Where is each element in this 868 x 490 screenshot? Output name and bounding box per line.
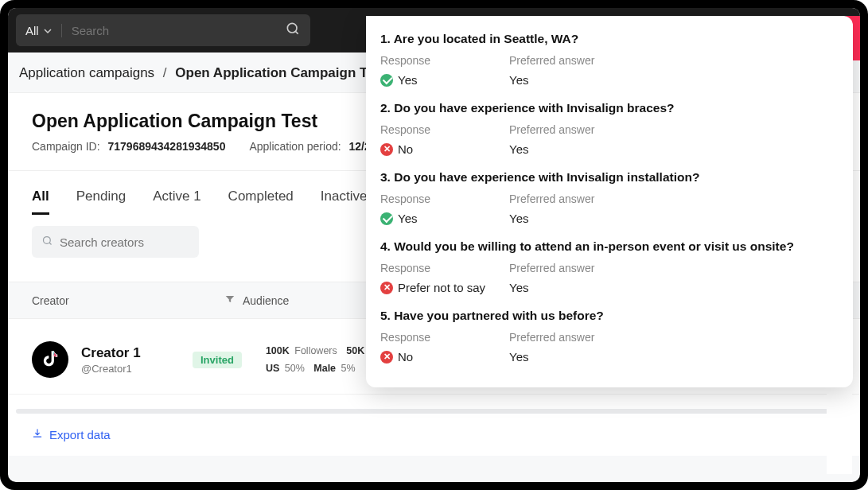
qa-preferred-value: Yes: [509, 281, 528, 294]
cross-icon: [380, 351, 393, 364]
creator-handle: @Creator1: [81, 363, 193, 375]
search-creators-input[interactable]: [60, 235, 211, 249]
campaign-id-value: 7179689434281934850: [107, 140, 225, 153]
qa-preferred-header: Preferred answer: [509, 192, 594, 205]
tab-all[interactable]: All: [32, 189, 49, 215]
qa-response-header: Response: [380, 262, 509, 274]
qa-answer-row: YesYes: [380, 212, 839, 225]
qa-item: 4. Would you be willing to attend an in-…: [380, 239, 839, 294]
qa-column-headers: ResponsePreferred answer: [380, 54, 839, 67]
qa-column-headers: ResponsePreferred answer: [380, 123, 839, 136]
qa-response-value: No: [398, 142, 413, 156]
country-label: US: [266, 363, 279, 374]
qa-response-header: Response: [380, 123, 509, 136]
gender-label: Male: [313, 363, 336, 374]
global-search-input[interactable]: [72, 24, 285, 37]
svg-point-1: [44, 237, 51, 244]
qa-preferred-value: Yes: [509, 73, 528, 87]
qa-column-headers: ResponsePreferred answer: [380, 262, 839, 274]
qa-panel: 1. Are you located in Seattle, WA?Respon…: [366, 16, 853, 387]
tab-inactive[interactable]: Inactive: [321, 189, 368, 215]
col-audience-label: Audience: [243, 294, 289, 307]
download-icon: [32, 428, 43, 441]
qa-preferred-header: Preferred answer: [509, 262, 594, 274]
breadcrumb-separator: /: [163, 65, 167, 80]
search-icon: [41, 235, 53, 249]
qa-preferred-value: Yes: [509, 350, 528, 364]
followers-value: 100K: [266, 345, 290, 356]
qa-question: 2. Do you have experience with Invisalig…: [380, 101, 839, 115]
cross-icon: [380, 143, 393, 156]
qa-question: 1. Are you located in Seattle, WA?: [380, 32, 839, 46]
qa-response-value: Yes: [398, 73, 417, 87]
search-scope-dropdown[interactable]: All: [25, 24, 62, 37]
qa-preferred-header: Preferred answer: [509, 123, 594, 136]
col-creator-label: Creator: [32, 294, 69, 307]
qa-item: 1. Are you located in Seattle, WA?Respon…: [380, 32, 839, 87]
avg-value: 50K: [346, 345, 364, 356]
avatar: [32, 341, 68, 378]
search-icon[interactable]: [285, 21, 301, 40]
status-badge: Invited: [193, 352, 242, 368]
gender-pct: 5%: [341, 363, 356, 374]
cross-icon: [380, 282, 393, 294]
check-icon: [380, 74, 393, 87]
qa-question: 5. Have you partnered with us before?: [380, 309, 839, 323]
qa-preferred-value: Yes: [509, 142, 528, 156]
tab-completed[interactable]: Completed: [228, 189, 294, 215]
qa-answer-row: NoYes: [380, 350, 839, 364]
qa-preferred-header: Preferred answer: [509, 331, 594, 344]
svg-point-0: [287, 23, 297, 33]
qa-item: 3. Do you have experience with Invisalig…: [380, 170, 839, 225]
country-pct: 50%: [285, 363, 305, 374]
global-search[interactable]: All: [16, 14, 310, 46]
qa-response-value: No: [398, 350, 413, 364]
qa-response-header: Response: [380, 192, 509, 205]
application-period-label: Application period:: [249, 140, 341, 153]
qa-question: 3. Do you have experience with Invisalig…: [380, 170, 839, 185]
chevron-down-icon: [44, 24, 52, 37]
qa-answer-row: Prefer not to sayYes: [380, 281, 839, 294]
qa-preferred-value: Yes: [509, 212, 528, 225]
qa-response-value: Yes: [398, 212, 417, 225]
qa-item: 5. Have you partnered with us before?Res…: [380, 309, 839, 364]
qa-answer-row: NoYes: [380, 142, 839, 156]
followers-label: Followers: [294, 345, 337, 356]
campaign-id-label: Campaign ID:: [32, 140, 100, 153]
campaign-id: Campaign ID: 7179689434281934850: [32, 140, 225, 153]
breadcrumb-parent[interactable]: Application campaigns: [19, 65, 154, 80]
qa-column-headers: ResponsePreferred answer: [380, 331, 839, 344]
qa-column-headers: ResponsePreferred answer: [380, 192, 839, 205]
qa-response-header: Response: [380, 331, 509, 344]
export-data-button[interactable]: Export data: [8, 414, 860, 456]
qa-response-header: Response: [380, 54, 509, 67]
creator-name: Creator 1: [81, 345, 193, 361]
export-label: Export data: [49, 428, 111, 441]
tab-pending[interactable]: Pending: [76, 189, 126, 215]
search-scope-label: All: [25, 24, 39, 37]
filter-icon[interactable]: [224, 294, 235, 307]
check-icon: [380, 212, 393, 225]
qa-question: 4. Would you be willing to attend an in-…: [380, 239, 839, 254]
qa-answer-row: YesYes: [380, 73, 839, 87]
search-creators[interactable]: [32, 226, 199, 258]
tiktok-icon: [40, 348, 60, 371]
breadcrumb-current: Open Application Campaign Test: [175, 65, 386, 80]
qa-response-value: Prefer not to say: [398, 281, 485, 294]
tab-active[interactable]: Active 1: [153, 189, 200, 215]
qa-preferred-header: Preferred answer: [509, 54, 594, 67]
qa-item: 2. Do you have experience with Invisalig…: [380, 101, 839, 156]
